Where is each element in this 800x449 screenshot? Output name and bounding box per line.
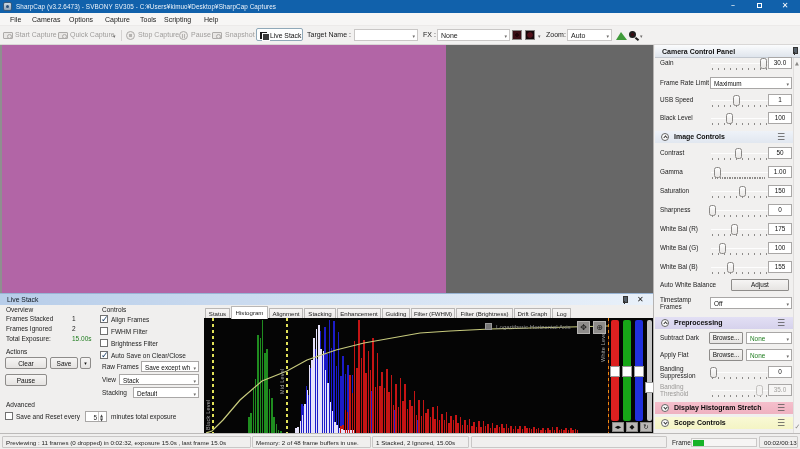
histogram-plot[interactable]: Black Level Mid Level White Level Logari… xyxy=(204,318,653,433)
sharpness-value[interactable]: 0 xyxy=(768,204,792,216)
quick-capture-button[interactable]: Quick Capture xyxy=(70,31,115,38)
histogram-expand-button[interactable]: ◂▸ xyxy=(612,422,624,432)
white-bal-r-value[interactable]: 175 xyxy=(768,223,792,235)
luminance-level-handle[interactable] xyxy=(645,382,653,393)
red-level-slider[interactable] xyxy=(611,320,619,421)
saturation-slider-handle[interactable] xyxy=(739,186,746,197)
black-level-slider[interactable] xyxy=(711,113,768,125)
view-combo[interactable]: Stack ▾ xyxy=(119,374,199,385)
green-level-handle[interactable] xyxy=(622,366,632,377)
zoom-combo[interactable]: Auto ▾ xyxy=(567,29,612,41)
target-name-combo[interactable]: ▾ xyxy=(354,29,418,41)
banding-suppression-slider-handle[interactable] xyxy=(710,367,717,378)
scroll-down-icon[interactable]: ✓ xyxy=(795,423,800,431)
save-button[interactable]: Save xyxy=(50,357,78,369)
menu-help[interactable]: Help xyxy=(204,16,218,23)
gamma-slider[interactable] xyxy=(711,167,768,179)
clear-button[interactable]: Clear xyxy=(5,357,47,369)
quick-capture-dropdown[interactable]: ▾ xyxy=(113,33,116,39)
white-bal-r-slider[interactable] xyxy=(711,224,768,236)
magnifier-dropdown[interactable]: ▾ xyxy=(640,33,643,39)
pan-button[interactable]: ✥ xyxy=(577,321,590,334)
pin-icon[interactable] xyxy=(791,47,798,55)
section-menu-icon[interactable]: ☰ xyxy=(777,418,785,428)
collapse-icon[interactable] xyxy=(661,319,669,327)
collapse-icon[interactable] xyxy=(661,419,669,427)
banding-suppression-slider[interactable] xyxy=(711,367,768,379)
banding-suppression-value[interactable]: 0 xyxy=(768,366,792,378)
section-menu-icon[interactable]: ☰ xyxy=(777,403,785,413)
collapse-icon[interactable] xyxy=(661,133,669,141)
sharpness-slider-handle[interactable] xyxy=(709,205,716,216)
histogram-reset-button[interactable]: ↻ xyxy=(640,422,652,432)
log-axis-checkbox[interactable] xyxy=(485,323,492,330)
gain-slider[interactable] xyxy=(711,58,768,70)
display-histogram-stretch-header[interactable]: Display Histogram Stretch ☰ xyxy=(655,402,793,414)
minutes-spinner[interactable]: 5 ▲▼ xyxy=(85,411,107,422)
save-reset-checkbox[interactable]: ✓ xyxy=(5,412,13,420)
raw-frames-combo[interactable]: Save except wh ▾ xyxy=(141,361,199,372)
zoom-magnifier-icon[interactable] xyxy=(629,31,636,38)
selection-area-button[interactable] xyxy=(512,30,522,40)
black-level-slider-handle[interactable] xyxy=(726,113,733,124)
sharpness-slider[interactable] xyxy=(711,205,768,217)
auto-save-checkbox[interactable]: ✓ xyxy=(100,351,108,359)
menu-cameras[interactable]: Cameras xyxy=(32,16,60,23)
usb-speed-slider[interactable] xyxy=(711,95,768,107)
menu-scripting[interactable]: Scripting xyxy=(164,16,191,23)
white-bal-b-slider-handle[interactable] xyxy=(727,262,734,273)
apply-flat-browse-button[interactable]: Browse... xyxy=(709,349,743,361)
section-menu-icon[interactable]: ☰ xyxy=(777,318,785,328)
camera-preview-image[interactable] xyxy=(2,45,446,293)
scope-controls-header[interactable]: Scope Controls ☰ xyxy=(655,417,793,429)
start-capture-button[interactable]: Start Capture xyxy=(15,31,57,38)
stop-capture-button[interactable]: Stop Capture xyxy=(138,31,179,38)
white-bal-b-slider[interactable] xyxy=(711,262,768,274)
brightness-filter-checkbox[interactable]: ✓ xyxy=(100,339,108,347)
subtract-dark-combo[interactable]: None ▾ xyxy=(746,332,792,344)
blue-level-slider[interactable] xyxy=(635,320,643,421)
mid-level-line[interactable] xyxy=(286,318,288,433)
collapse-icon[interactable] xyxy=(661,404,669,412)
restore-button[interactable] xyxy=(748,0,770,13)
contrast-slider[interactable] xyxy=(711,148,768,160)
image-controls-header[interactable]: Image Controls ☰ xyxy=(655,131,793,143)
close-icon[interactable]: ✕ xyxy=(637,295,644,304)
stacking-combo[interactable]: Default ▾ xyxy=(133,387,199,398)
histogram-auto-stretch-button[interactable]: ◆ xyxy=(626,422,638,432)
contrast-slider-handle[interactable] xyxy=(735,148,742,159)
minimize-button[interactable]: – xyxy=(722,0,744,13)
pin-icon[interactable] xyxy=(621,296,628,304)
blue-level-handle[interactable] xyxy=(634,366,644,377)
frame-rate-limit-combo[interactable]: Maximum ▾ xyxy=(710,77,792,89)
panel-scrollbar[interactable]: ▲ ✓ xyxy=(793,58,800,433)
contrast-value[interactable]: 50 xyxy=(768,147,792,159)
saturation-slider[interactable] xyxy=(711,186,768,198)
menu-tools[interactable]: Tools xyxy=(140,16,156,23)
white-bal-r-slider-handle[interactable] xyxy=(731,224,738,235)
white-bal-b-value[interactable]: 155 xyxy=(768,261,792,273)
usb-speed-slider-handle[interactable] xyxy=(733,95,740,106)
reticule-button[interactable] xyxy=(525,30,535,40)
align-frames-checkbox[interactable]: ✓ xyxy=(100,315,108,323)
live-stack-button[interactable]: Live Stack xyxy=(256,28,303,41)
subtract-dark-browse-button[interactable]: Browse... xyxy=(709,332,743,344)
preprocessing-header[interactable]: Preprocessing ☰ xyxy=(655,317,793,329)
adjust-button[interactable]: Adjust xyxy=(731,279,789,291)
fx-combo[interactable]: None ▾ xyxy=(437,29,510,41)
histogram-icon[interactable] xyxy=(616,32,627,40)
white-bal-g-slider[interactable] xyxy=(711,243,768,255)
white-bal-g-slider-handle[interactable] xyxy=(719,243,726,254)
gain-slider-handle[interactable] xyxy=(760,58,767,69)
menu-options[interactable]: Options xyxy=(69,16,93,23)
white-level-line[interactable] xyxy=(608,318,609,433)
gamma-value[interactable]: 1.00 xyxy=(768,166,792,178)
saturation-value[interactable]: 150 xyxy=(768,185,792,197)
timestamp-frames-combo[interactable]: Off ▾ xyxy=(710,297,792,309)
save-dropdown-button[interactable]: ▾ xyxy=(80,357,91,369)
gain-value[interactable]: 30.0 xyxy=(768,57,792,69)
pause-stack-button[interactable]: Pause xyxy=(5,374,47,386)
menu-file[interactable]: File xyxy=(10,16,21,23)
scroll-up-icon[interactable]: ▲ xyxy=(795,60,799,66)
snapshot-button[interactable]: Snapshot xyxy=(225,31,255,38)
